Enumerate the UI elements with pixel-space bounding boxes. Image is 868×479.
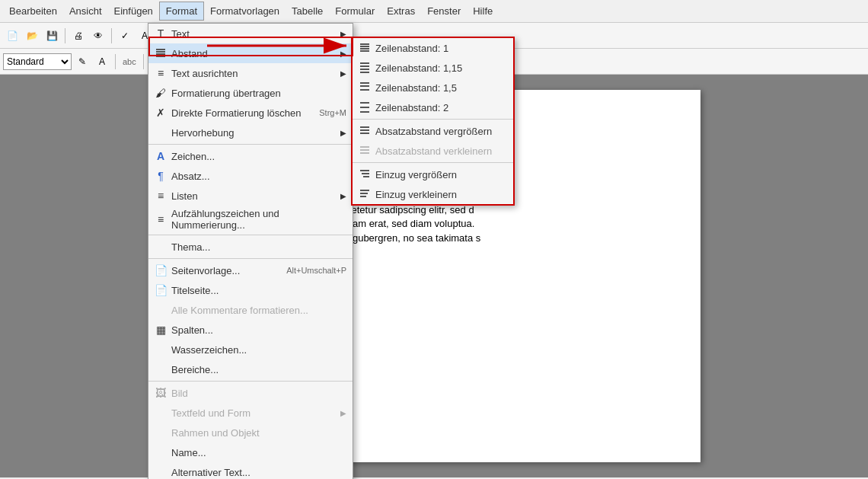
submenu-item-zeilenabstand-1[interactable]: Zeilenabstand: 1: [353, 38, 513, 58]
submenu-item-absatzabstand-gross[interactable]: Absatzabstand vergrößern: [353, 121, 513, 141]
menu-item-name[interactable]: Name...: [148, 442, 353, 462]
textfeld-arrow-icon: ▶: [340, 409, 346, 417]
menubar: Bearbeiten Ansicht Einfügen Format Forma…: [0, 0, 868, 23]
svg-rect-2: [156, 53, 165, 55]
menu-item-spalten[interactable]: ▦ Spalten...: [148, 320, 353, 340]
open-button[interactable]: 📂: [23, 27, 41, 45]
svg-rect-26: [363, 176, 369, 177]
svg-rect-22: [360, 149, 369, 151]
menu-item-alle-kommentare[interactable]: Alle Kommentare formatieren...: [148, 300, 353, 320]
menu-item-seitenvorlage[interactable]: 📄 Seitenvorlage... Alt+Umschalt+P: [148, 260, 353, 280]
svg-rect-21: [360, 146, 369, 148]
menu-item-hervorhebung[interactable]: Hervorhebung ▶: [148, 123, 353, 142]
svg-rect-16: [360, 107, 369, 108]
menu-tabelle[interactable]: Tabelle: [286, 2, 329, 20]
einzug-klein-icon: [357, 187, 372, 202]
menu-item-abstand[interactable]: Abstand ▶: [148, 43, 353, 63]
submenu-item-zeilenabstand-15[interactable]: Zeilenabstand: 1,5: [353, 78, 513, 97]
absatzabstand-gross-icon: [357, 123, 372, 139]
abstand-submenu[interactable]: Zeilenabstand: 1 Zeilenabstand: 1,15: [351, 37, 515, 206]
menu-item-bereiche[interactable]: Bereiche...: [148, 359, 353, 379]
menu-item-textfeld-label: Textfeld und Form: [171, 407, 337, 419]
menu-item-zeichen[interactable]: A Zeichen...: [148, 146, 353, 166]
einzug-gross-icon: [357, 167, 372, 182]
spell-button[interactable]: ✓: [116, 27, 134, 45]
font-edit-btn[interactable]: ✎: [73, 53, 91, 71]
submenu-item-einzug-klein-label: Einzug verkleinern: [375, 189, 507, 200]
direkte-formatierung-icon: ✗: [153, 105, 168, 120]
absatzabstand-klein-icon: [357, 143, 372, 158]
menu-hilfe[interactable]: Hilfe: [467, 2, 499, 20]
menu-format[interactable]: Format: [159, 2, 204, 21]
menu-item-text-ausrichten-label: Text ausrichten: [171, 68, 337, 79]
menu-ansicht[interactable]: Ansicht: [63, 2, 108, 20]
menu-item-text-label: Text: [171, 28, 337, 40]
sep7: [115, 54, 116, 69]
menu-bearbeiten[interactable]: Bearbeiten: [3, 2, 63, 20]
menu-item-formatierung-uebertragen[interactable]: 🖌 Formatierung übertragen: [148, 83, 353, 103]
menu-item-listen[interactable]: ≡ Listen ▶: [148, 186, 353, 206]
menu-fenster[interactable]: Fenster: [421, 2, 467, 20]
svg-rect-8: [360, 62, 369, 64]
menu-item-bereiche-label: Bereiche...: [171, 364, 346, 375]
new-button[interactable]: 📄: [3, 27, 21, 45]
listen-arrow-icon: ▶: [340, 192, 346, 200]
font-selector[interactable]: Standard: [3, 53, 72, 70]
format-menu[interactable]: T Text ▶ Abstand ▶ ≡ Text ausrichten ▶: [148, 23, 353, 479]
save-button[interactable]: 💾: [43, 27, 61, 45]
svg-rect-4: [360, 43, 369, 45]
menu-item-bild[interactable]: 🖼 Bild: [148, 383, 353, 403]
spalten-icon: ▦: [153, 322, 168, 337]
bild-icon: 🖼: [153, 385, 168, 401]
menu-formatvorlagen[interactable]: Formatvorlagen: [204, 2, 286, 20]
svg-rect-17: [360, 111, 369, 113]
abstand-icon: [153, 46, 168, 61]
text-ausrichten-icon: ≡: [153, 65, 168, 81]
svg-rect-9: [360, 65, 369, 67]
listen-icon: ≡: [153, 188, 168, 203]
menu-item-titelseite-label: Titelseite...: [171, 285, 346, 296]
menu-item-thema[interactable]: Thema...: [148, 237, 353, 257]
sep2: [111, 28, 112, 43]
menu-item-absatz[interactable]: ¶ Absatz...: [148, 166, 353, 186]
svg-rect-14: [360, 89, 369, 91]
menu-item-alt-text[interactable]: Alternativer Text...: [148, 462, 353, 479]
font-style-btn[interactable]: A: [93, 53, 111, 71]
svg-rect-0: [156, 49, 165, 50]
menu-item-hervorhebung-label: Hervorhebung: [171, 127, 337, 139]
zeilenabstand-115-icon: [357, 60, 372, 75]
submenu-item-zeilenabstand-2[interactable]: Zeilenabstand: 2: [353, 97, 513, 117]
sep8: [143, 54, 144, 69]
menu-item-wasserzeichen-label: Wasserzeichen...: [171, 344, 346, 356]
preview-button[interactable]: 👁: [89, 27, 107, 45]
menu-einfuegen[interactable]: Einfügen: [108, 2, 159, 20]
submenu-item-einzug-gross[interactable]: Einzug vergrößern: [353, 164, 513, 184]
submenu-item-zeilenabstand-15-label: Zeilenabstand: 1,5: [375, 82, 507, 94]
submenu-item-zeilenabstand-115-label: Zeilenabstand: 1,15: [375, 62, 507, 74]
sep-4: [148, 381, 353, 382]
menu-item-rahmen[interactable]: Rahmen und Objekt: [148, 423, 353, 442]
submenu-item-zeilenabstand-115[interactable]: Zeilenabstand: 1,15: [353, 58, 513, 78]
menu-item-zeichen-label: Zeichen...: [171, 151, 346, 162]
abstand-arrow-icon: ▶: [340, 49, 346, 58]
svg-rect-6: [360, 48, 369, 49]
menu-item-alle-kommentare-label: Alle Kommentare formatieren...: [171, 305, 346, 316]
print-button[interactable]: 🖨: [69, 27, 88, 45]
menu-extras[interactable]: Extras: [381, 2, 421, 20]
menu-item-textfeld[interactable]: Textfeld und Form ▶: [148, 403, 353, 423]
menu-item-direkte-formatierung-label: Direkte Formatierung löschen: [171, 107, 313, 119]
abstand-submenu-container: Zeilenabstand: 1 Zeilenabstand: 1,15: [351, 37, 515, 206]
menu-item-text[interactable]: T Text ▶: [148, 24, 353, 43]
menu-item-seitenvorlage-label: Seitenvorlage...: [171, 265, 280, 276]
menu-formular[interactable]: Formular: [329, 2, 381, 20]
menu-item-wasserzeichen[interactable]: Wasserzeichen...: [148, 340, 353, 359]
wasserzeichen-icon: [153, 342, 168, 357]
submenu-item-absatzabstand-klein[interactable]: Absatzabstand verkleinern: [353, 141, 513, 161]
menu-item-direkte-formatierung[interactable]: ✗ Direkte Formatierung löschen Strg+M: [148, 103, 353, 123]
menu-item-aufzaehlung[interactable]: ≡ Aufzählungszeichen und Nummerierung...: [148, 206, 353, 233]
svg-rect-3: [156, 56, 165, 57]
submenu-item-einzug-klein[interactable]: Einzug verkleinern: [353, 184, 513, 204]
svg-rect-10: [360, 69, 369, 70]
menu-item-text-ausrichten[interactable]: ≡ Text ausrichten ▶: [148, 63, 353, 83]
menu-item-titelseite[interactable]: 📄 Titelseite...: [148, 280, 353, 300]
